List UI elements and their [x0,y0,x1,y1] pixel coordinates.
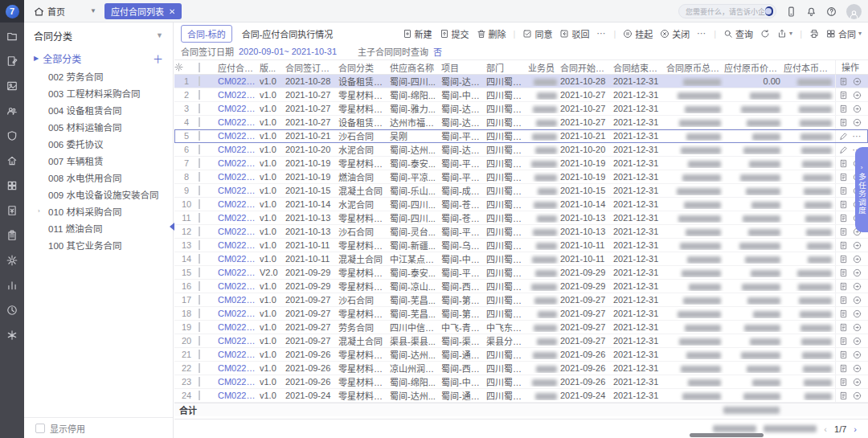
table-row[interactable]: 13CM02202...v1.02021-10-11零星材料合同蜀间-新疆...… [174,239,868,252]
detail-icon[interactable] [839,91,848,100]
column-header[interactable]: 合同原币总金额 [666,61,724,74]
row-checkbox[interactable] [199,281,200,291]
toolbar-button-删除[interactable]: 删除 [477,27,506,40]
table-row[interactable]: 7CM02202...v1.02021-10-19零星材料合同蜀间-泰安...蜀… [174,157,868,170]
row-checkbox[interactable] [199,199,200,209]
table-row[interactable]: 1CM02202...v1.02021-10-28设备租赁合同蜀间-四川...蜀… [174,75,868,88]
row-checkbox[interactable] [199,158,200,168]
sidebar-item-008[interactable]: 008 水电供用合同 [24,169,173,186]
flow-icon[interactable] [853,323,862,332]
asterisk-icon[interactable] [6,330,18,341]
contract-code-link[interactable]: CM02202... [218,186,260,195]
flow-icon[interactable] [853,309,862,318]
table-row[interactable]: 19CM02202...v1.02021-09-27劳务合同四川中信恒...中飞… [174,321,868,334]
chevron-down-icon[interactable]: ▼ [156,31,163,39]
table-row[interactable]: 11CM02202...v1.02021-10-13零星材料合同蜀间-四川...… [174,211,868,225]
column-header[interactable]: 应付合同... [218,61,260,74]
row-checkbox[interactable] [199,172,200,182]
contract-code-link[interactable]: CM02202... [218,281,260,291]
table-row[interactable]: 17CM02202...v1.02021-09-27沙石合同蜀间-芜昌...蜀间… [174,293,868,307]
filter-multi-query-value[interactable]: 否 [433,45,442,58]
flow-icon[interactable] [853,268,862,277]
more-actions-icon[interactable]: ⋯ [853,131,862,141]
table-row[interactable]: 18CM02202...v1.02021-09-27零星材料合同蜀间-芜昌...… [174,307,868,321]
page-scrollbar-thumb[interactable] [690,433,764,437]
printer-button[interactable] [809,29,819,39]
table-row[interactable]: 16CM02202...v1.02021-09-29零星材料合同蜀间-凉山...… [174,280,868,293]
caret-right-icon[interactable]: ▶ [34,55,39,62]
column-header[interactable]: 部门 [486,61,528,74]
image-icon[interactable] [6,80,18,92]
contract-code-link[interactable]: CM02202... [218,268,260,277]
detail-icon[interactable] [839,241,848,250]
detail-icon[interactable] [839,104,848,113]
detail-icon[interactable] [839,173,848,182]
row-checkbox[interactable] [199,254,200,264]
sidebar-collapse-icon[interactable] [170,223,174,231]
table-row[interactable]: 10CM02202...v1.02021-10-14水泥合同蜀间-四川...蜀间… [174,198,868,211]
flow-icon[interactable] [853,350,862,359]
contract-code-link[interactable]: CM02202... [218,295,260,305]
caret-right-icon[interactable]: › [38,207,40,215]
contract-code-link[interactable]: CM02202... [218,350,260,359]
row-checkbox[interactable] [199,117,200,127]
toolbar-button-提交[interactable]: 提交 [440,27,469,40]
column-header[interactable]: 合同分类 [338,61,390,74]
detail-icon[interactable] [839,337,848,346]
show-disabled-checkbox[interactable] [35,424,45,433]
contract-code-link[interactable]: CM02202... [218,90,260,100]
detail-icon[interactable] [839,391,848,400]
grid-icon[interactable] [6,180,18,191]
contract-code-link[interactable]: CM02202... [218,131,260,141]
refresh-button[interactable] [760,29,770,39]
select-all-checkbox[interactable] [199,63,200,72]
sidebar-item-005[interactable]: 005 材料运输合同 [24,118,173,135]
export-button[interactable]: ▾ [777,29,792,39]
tab-payable-contract-list[interactable]: 应付合同列表 ✕ [104,3,182,19]
detail-icon[interactable] [839,159,848,168]
contract-code-link[interactable]: CM02202... [218,158,260,168]
detail-icon[interactable] [839,268,848,277]
contract-code-link[interactable]: CM02202... [218,336,260,346]
sidebar-header[interactable]: 合同分类 ▼ [24,23,173,48]
contract-code-link[interactable]: CM02202... [218,227,260,236]
flow-icon[interactable] [853,282,862,291]
sidebar-item-011[interactable]: 011 燃油合同 [24,219,173,236]
more-button[interactable]: ⋯ [697,28,706,39]
gear-icon[interactable] [6,255,18,266]
table-row[interactable]: 24CM02202...v1.02021-09-24零星材料合同蜀间-达州...… [174,389,868,403]
money-doc-icon[interactable] [6,205,18,216]
row-checkbox[interactable] [199,350,200,359]
row-checkbox[interactable] [199,131,200,141]
table-row[interactable]: 9CM02202...v1.02021-10-15混凝土合同蜀间-乐山...蜀间… [174,184,868,198]
table-row[interactable]: 2CM02202...v1.02021-10-27零星材料合同蜀间-绵阳...蜀… [174,88,868,102]
assistant-search-input[interactable]: 您需要什么，请告诉小企 [678,4,776,18]
row-checkbox[interactable] [199,186,200,195]
contract-code-link[interactable]: CM02202... [218,145,260,154]
view-tab-contract-target[interactable]: 合同-标的 [181,25,232,43]
detail-icon[interactable] [839,323,848,332]
row-checkbox[interactable] [199,76,200,86]
column-header[interactable]: 合同开始日期 [560,61,613,74]
column-header[interactable]: 合同签订日期 [285,61,338,74]
contract-code-link[interactable]: CM02202... [218,240,260,250]
home-caret-icon[interactable]: ▼ [90,7,96,14]
flow-icon[interactable] [853,364,862,373]
column-header[interactable]: 应付本币价税... [784,61,835,74]
doc-edit-icon[interactable] [6,55,18,67]
sidebar-item-100[interactable]: 100 其它业务合同 [24,236,173,253]
avatar[interactable] [846,4,862,19]
sidebar-item-007[interactable]: 007 车辆租赁 [24,152,173,169]
page-prev-icon[interactable]: ‹ [824,424,827,434]
home-up-icon[interactable] [6,155,18,166]
view-tab-contract-execution[interactable]: 合同-应付合同执行情况 [242,27,334,40]
contract-code-link[interactable]: CM02202... [218,322,260,332]
detail-icon[interactable] [839,350,848,359]
column-header[interactable]: 业务员 [528,61,560,74]
folder-icon[interactable] [6,31,18,42]
mobile-icon[interactable] [786,6,796,17]
column-header[interactable]: 操作 [835,60,868,74]
home-tab[interactable]: 首页 [34,3,65,19]
page-next-icon[interactable]: › [854,424,857,434]
clock-icon[interactable] [6,305,18,316]
